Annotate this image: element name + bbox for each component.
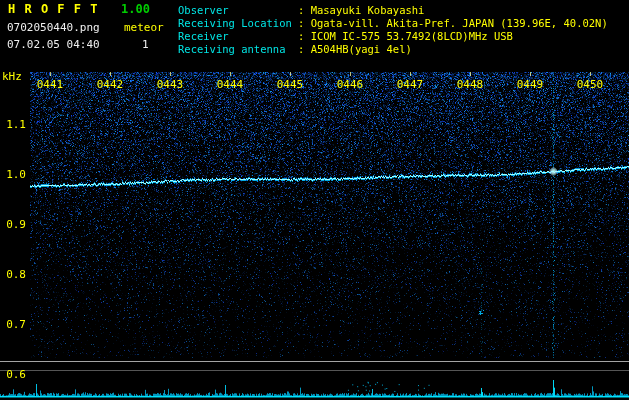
hrofft-output: { "app": { "title": "H R O F F T", "vers… bbox=[0, 0, 629, 400]
time-tick-label-0447: 0447 bbox=[396, 78, 424, 91]
info-label-receiver: Receiver bbox=[178, 30, 298, 43]
info-row-receiver: Receiver: ICOM IC-575 53.7492(8LCD)MHz U… bbox=[178, 30, 513, 43]
freq-tick-label-0-8: 0.8 bbox=[0, 268, 26, 281]
file-datetime: 07.02.05 04:40 bbox=[7, 38, 100, 51]
freq-tick-label-0-9: 0.9 bbox=[0, 218, 26, 231]
spectrogram-canvas bbox=[0, 0, 629, 400]
output-filename: 0702050440.png bbox=[7, 21, 100, 34]
meteor-label: meteor bbox=[124, 21, 164, 34]
info-label-location: Receiving Location bbox=[178, 17, 298, 30]
info-value-observer: : Masayuki Kobayashi bbox=[298, 4, 424, 16]
time-tick-label-0450: 0450 bbox=[576, 78, 604, 91]
freq-tick-label-1-0: 1.0 bbox=[0, 168, 26, 181]
freq-tick-label-0-7: 0.7 bbox=[0, 318, 26, 331]
time-tick-label-0444: 0444 bbox=[216, 78, 244, 91]
app-title: H R O F F T bbox=[8, 3, 98, 16]
time-tick-label-0443: 0443 bbox=[156, 78, 184, 91]
freq-axis-unit: kHz bbox=[2, 70, 22, 83]
info-label-antenna: Receiving antenna bbox=[178, 43, 298, 56]
app-version: 1.00 bbox=[121, 3, 150, 16]
time-tick-label-0442: 0442 bbox=[96, 78, 124, 91]
info-label-observer: Observer bbox=[178, 4, 298, 17]
freq-tick-label-1-1: 1.1 bbox=[0, 118, 26, 131]
time-tick-label-0445: 0445 bbox=[276, 78, 304, 91]
info-row-observer: Observer: Masayuki Kobayashi bbox=[178, 4, 424, 17]
time-tick-label-0441: 0441 bbox=[36, 78, 64, 91]
info-value-receiver: : ICOM IC-575 53.7492(8LCD)MHz USB bbox=[298, 30, 513, 42]
meteor-count: 1 bbox=[142, 38, 149, 51]
info-row-location: Receiving Location: Ogata-vill. Akita-Pr… bbox=[178, 17, 608, 30]
info-row-antenna: Receiving antenna: A504HB(yagi 4el) bbox=[178, 43, 412, 56]
freq-tick-label-0-6: 0.6 bbox=[0, 368, 26, 381]
time-tick-label-0449: 0449 bbox=[516, 78, 544, 91]
info-value-location: : Ogata-vill. Akita-Pref. JAPAN (139.96E… bbox=[298, 17, 608, 29]
time-tick-label-0448: 0448 bbox=[456, 78, 484, 91]
time-tick-label-0446: 0446 bbox=[336, 78, 364, 91]
info-value-antenna: : A504HB(yagi 4el) bbox=[298, 43, 412, 55]
